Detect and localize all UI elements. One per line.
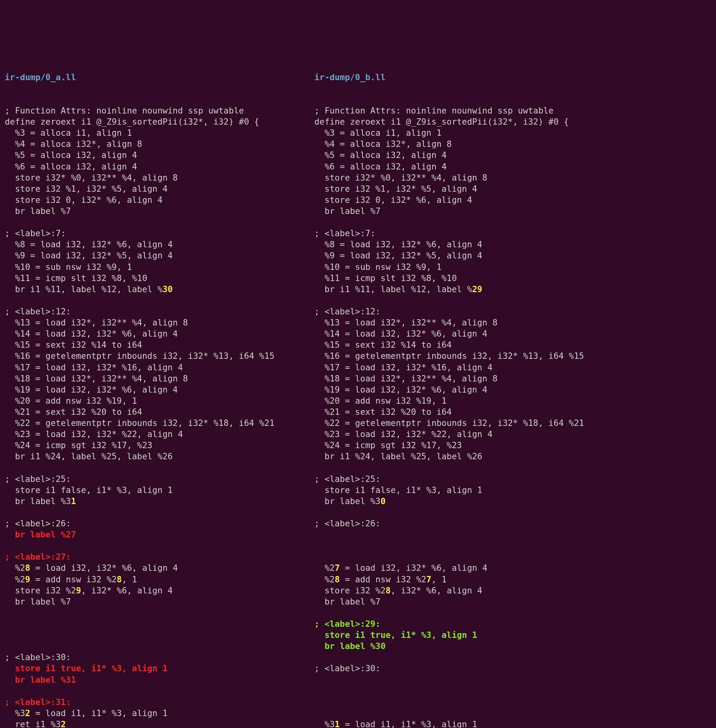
code-line: store i32 %1, i32* %5, align 4 [5, 183, 314, 195]
code-line: ; <label>:7: [5, 228, 314, 239]
code-text: , 1 [122, 574, 137, 584]
code-text: , i32* %6, align 4 [81, 585, 173, 595]
code-line: store i32 %28, i32* %6, align 4 [314, 585, 624, 596]
code-line: br i1 %24, label %25, label %26 [5, 451, 314, 462]
code-line [5, 630, 314, 641]
code-line: %14 = load i32, i32* %6, align 4 [5, 328, 314, 339]
code-line: %24 = icmp sgt i32 %17, %23 [5, 440, 314, 451]
code-line [5, 540, 314, 551]
diff-highlight: 2 [61, 719, 66, 728]
diff-highlight: 8 [117, 574, 122, 584]
code-line: %23 = load i32, i32* %22, align 4 [5, 429, 314, 440]
code-text: store i32 %2 [5, 585, 76, 595]
code-text: ret i1 %3 [5, 719, 61, 728]
code-line: store i32* %0, i32** %4, align 8 [314, 172, 624, 183]
code-line: %17 = load i32, i32* %16, align 4 [314, 362, 624, 373]
code-line [314, 217, 624, 228]
code-line [314, 295, 624, 306]
code-line: store i32 %29, i32* %6, align 4 [5, 585, 314, 596]
diff-container: ir-dump/0_a.ll ; Function Attrs: noinlin… [5, 49, 711, 728]
code-line: %20 = add nsw i32 %19, 1 [314, 395, 624, 406]
code-line: %27 = load i32, i32* %6, align 4 [314, 562, 624, 574]
code-line: %17 = load i32, i32* %16, align 4 [5, 362, 314, 373]
code-line: ; Function Attrs: noinline nounwind ssp … [314, 105, 624, 116]
code-line [314, 697, 624, 708]
code-line: %24 = icmp sgt i32 %17, %23 [314, 440, 624, 451]
code-line: %16 = getelementptr inbounds i32, i32* %… [314, 351, 624, 362]
code-text: , i32* %6, align 4 [391, 585, 482, 595]
code-line: br label %7 [5, 206, 314, 217]
code-line [314, 551, 624, 562]
diff-highlight: 30 [162, 284, 173, 294]
diff-highlight: ; <label>:27: [5, 552, 71, 562]
diff-highlight: ; <label>:31: [5, 697, 71, 707]
code-line [314, 462, 624, 473]
code-line [314, 674, 624, 686]
code-text: = load i32, i32* %6, align 4 [340, 563, 487, 573]
code-line [314, 652, 624, 663]
code-line [5, 295, 314, 306]
code-line: define zeroext i1 @_Z9is_sortedPii(i32*,… [314, 116, 624, 127]
diff-highlight: 8 [335, 574, 340, 584]
code-line: br label %31 [5, 496, 314, 507]
code-line [314, 686, 624, 697]
code-line: %13 = load i32*, i32** %4, align 8 [5, 317, 314, 328]
code-line: %19 = load i32, i32* %6, align 4 [314, 384, 624, 395]
code-line: %9 = load i32, i32* %5, align 4 [5, 250, 314, 261]
code-line: %31 = load i1, i1* %3, align 1 [314, 719, 624, 728]
code-line: %20 = add nsw i32 %19, 1 [5, 395, 314, 406]
code-line: %11 = icmp slt i32 %8, %10 [314, 273, 624, 284]
code-line: %4 = alloca i32*, align 8 [5, 139, 314, 150]
code-line: %14 = load i32, i32* %6, align 4 [314, 328, 624, 339]
code-line [5, 217, 314, 228]
code-text: %3 [314, 719, 335, 728]
code-line: ; <label>:30: [314, 663, 624, 674]
diff-highlight: 9 [25, 574, 30, 584]
code-line: %16 = getelementptr inbounds i32, i32* %… [5, 351, 314, 362]
code-line: %11 = icmp slt i32 %8, %10 [5, 273, 314, 284]
code-text: %2 [314, 574, 335, 584]
code-line: %22 = getelementptr inbounds i32, i32* %… [314, 418, 624, 429]
code-line: ; Function Attrs: noinline nounwind ssp … [5, 105, 314, 116]
code-text: %3 [5, 708, 25, 718]
code-line: br label %7 [5, 596, 314, 607]
code-text: %2 [5, 563, 25, 573]
code-line: %18 = load i32*, i32** %4, align 8 [5, 373, 314, 384]
code-line: store i1 true, i1* %3, align 1 [314, 630, 624, 641]
diff-highlight: 1 [71, 496, 76, 506]
left-file-header: ir-dump/0_a.ll [5, 72, 314, 83]
code-line: store i1 false, i1* %3, align 1 [314, 485, 624, 496]
diff-highlight: store i1 true, i1* %3, align 1 [5, 663, 167, 673]
diff-highlight: 8 [25, 563, 30, 573]
code-line: br label %30 [314, 496, 624, 507]
code-text: = load i1, i1* %3, align 1 [340, 719, 477, 728]
code-line: %5 = alloca i32, align 4 [314, 150, 624, 161]
code-line: ; <label>:29: [314, 618, 624, 630]
code-line: define zeroext i1 @_Z9is_sortedPii(i32*,… [5, 116, 314, 127]
code-line: %3 = alloca i1, align 1 [314, 127, 624, 139]
code-line: %21 = sext i32 %20 to i64 [5, 406, 314, 418]
code-line: %15 = sext i32 %14 to i64 [5, 339, 314, 351]
code-line: %29 = add nsw i32 %28, 1 [5, 574, 314, 585]
code-line [5, 641, 314, 652]
code-line: ; <label>:30: [5, 652, 314, 663]
code-line: %8 = load i32, i32* %6, align 4 [314, 239, 624, 250]
diff-highlight: br label %27 [5, 530, 76, 539]
code-line: %28 = load i32, i32* %6, align 4 [5, 562, 314, 574]
code-line: store i32 0, i32* %6, align 4 [314, 195, 624, 206]
diff-highlight: 8 [386, 585, 391, 595]
diff-highlight: br label %31 [5, 675, 76, 685]
code-line: %10 = sub nsw i32 %9, 1 [314, 262, 624, 273]
diff-highlight: 0 [381, 496, 386, 506]
code-line: %6 = alloca i32, align 4 [314, 161, 624, 172]
code-line: br label %31 [5, 674, 314, 686]
diff-right-column: ir-dump/0_b.ll ; Function Attrs: noinlin… [314, 49, 624, 728]
diff-highlight: 9 [76, 585, 81, 595]
diff-highlight: 2 [25, 708, 30, 718]
right-code-block: ; Function Attrs: noinline nounwind ssp … [314, 105, 624, 728]
code-line: ; <label>:12: [314, 306, 624, 317]
code-line [5, 618, 314, 630]
code-line: %5 = alloca i32, align 4 [5, 150, 314, 161]
diff-highlight: br label %30 [314, 641, 386, 651]
code-line: %13 = load i32*, i32** %4, align 8 [314, 317, 624, 328]
